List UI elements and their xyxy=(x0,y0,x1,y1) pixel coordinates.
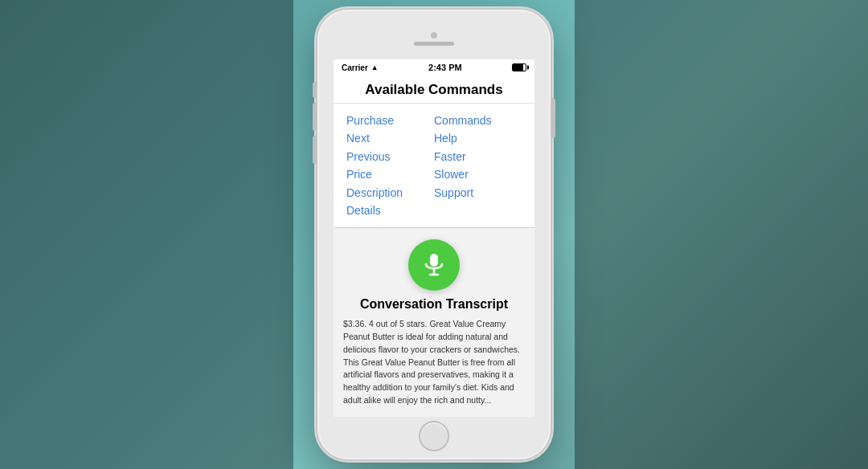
command-faster[interactable]: Faster xyxy=(434,148,522,165)
phone-top xyxy=(317,10,551,59)
volume-up-button[interactable] xyxy=(313,103,317,131)
status-time: 2:43 PM xyxy=(428,63,462,72)
command-commands[interactable]: Commands xyxy=(434,112,522,129)
left-dark-panel xyxy=(0,0,293,469)
power-button[interactable] xyxy=(551,98,555,138)
command-purchase[interactable]: Purchase xyxy=(346,112,434,129)
battery-icon xyxy=(512,63,526,71)
home-button[interactable] xyxy=(419,421,449,451)
commands-section: Purchase Next Previous Price Description… xyxy=(334,104,534,228)
phone-bottom xyxy=(317,417,551,455)
command-slower[interactable]: Slower xyxy=(434,165,522,183)
carrier-label: Carrier xyxy=(342,63,368,72)
command-help[interactable]: Help xyxy=(434,129,522,147)
command-price[interactable]: Price xyxy=(346,165,434,183)
status-left: Carrier ▲ xyxy=(342,63,379,72)
svg-rect-0 xyxy=(430,254,438,267)
transcript-title: Conversation Transcript xyxy=(360,297,508,312)
side-buttons-left xyxy=(313,82,317,164)
status-bar: Carrier ▲ 2:43 PM xyxy=(334,59,534,75)
command-details[interactable]: Details xyxy=(346,202,434,219)
battery-fill xyxy=(513,64,523,71)
wifi-icon: ▲ xyxy=(371,63,379,71)
command-previous[interactable]: Previous xyxy=(346,148,434,165)
phone-screen: Carrier ▲ 2:43 PM Available Commands Pur… xyxy=(334,59,534,417)
commands-grid: Purchase Next Previous Price Description… xyxy=(346,112,522,219)
screen-title: Available Commands xyxy=(334,75,534,104)
transcript-text: $3.36. 4 out of 5 stars. Great Value Cre… xyxy=(343,318,525,406)
left-commands-column: Purchase Next Previous Price Description… xyxy=(346,112,434,219)
side-button-right xyxy=(551,98,555,138)
microphone-button[interactable] xyxy=(408,239,460,291)
command-description[interactable]: Description xyxy=(346,184,434,202)
right-commands-column: Commands Help Faster Slower Support xyxy=(434,112,522,219)
phone-shell: Carrier ▲ 2:43 PM Available Commands Pur… xyxy=(317,10,551,459)
mute-button[interactable] xyxy=(313,82,317,98)
microphone-icon xyxy=(421,252,447,278)
right-dark-panel xyxy=(575,0,868,469)
command-next[interactable]: Next xyxy=(346,129,434,147)
transcript-section: Conversation Transcript $3.36. 4 out of … xyxy=(334,228,534,417)
volume-down-button[interactable] xyxy=(313,136,317,164)
earpiece-speaker xyxy=(414,42,454,46)
front-camera xyxy=(431,32,437,39)
command-support[interactable]: Support xyxy=(434,184,522,202)
